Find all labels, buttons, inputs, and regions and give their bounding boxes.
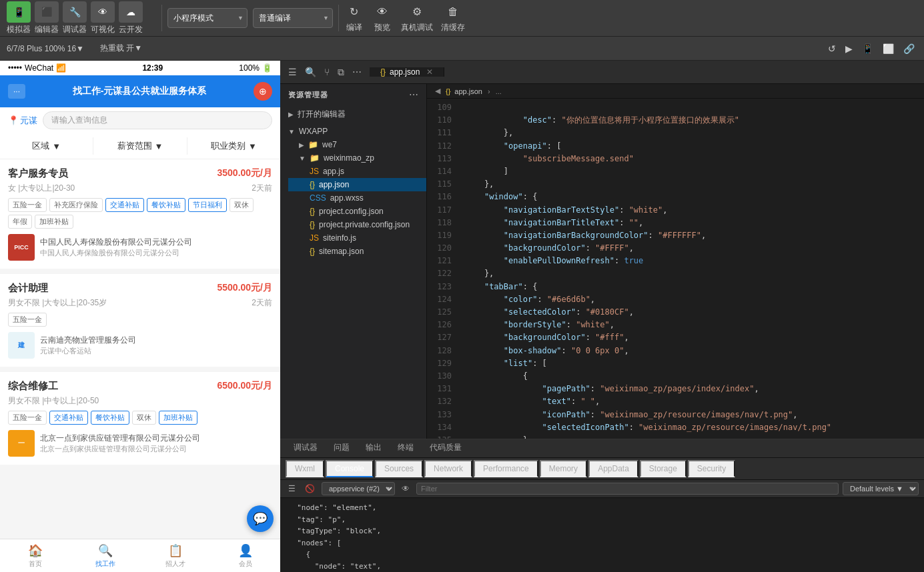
compile-btn[interactable]: ↻ [344, 3, 364, 21]
tree-item-sitemap[interactable]: {} sitemap.json [288, 245, 426, 258]
service-select-wrap[interactable]: appservice (#2) [322, 482, 395, 495]
folder-icon-weixinmao: 📁 [310, 153, 320, 163]
clear-cache-action: 🗑 清缓存 [441, 3, 465, 33]
real-debug-btn[interactable]: ⚙ [407, 3, 427, 21]
debug-tab-debugger[interactable]: 调试器 [286, 439, 326, 457]
debugger-btn[interactable]: 🔧 [63, 1, 87, 23]
wxapp-folder[interactable]: ▼ WXAPP [280, 125, 426, 138]
preview-btn[interactable]: 👁 [372, 3, 393, 21]
tree-item-app-wxss[interactable]: CSS app.wxss [288, 191, 426, 205]
mode-select[interactable]: 小程序模式 插件模式 [167, 8, 248, 28]
real-debug-action: ⚙ 真机调试 [401, 3, 433, 33]
code-area[interactable]: 109110111112113 114115116117118 11912012… [427, 99, 924, 439]
file-tree-menu-btn[interactable]: ⋯ [409, 89, 418, 100]
tree-item-siteinfo[interactable]: JS siteinfo.js [288, 231, 426, 245]
console-tab-appdata[interactable]: AppData [588, 460, 638, 477]
tree-item-project-config[interactable]: {} project.config.json [288, 205, 426, 218]
git-btn[interactable]: ⑂ [322, 65, 332, 79]
tree-item-app-js[interactable]: JS app.js [288, 165, 426, 178]
filter-category-label: 职业类别 [211, 140, 246, 152]
tree-item-project-private[interactable]: {} project.private.config.json [288, 218, 426, 231]
cloud-btn[interactable]: ☁ [119, 1, 143, 23]
console-filter-input[interactable] [416, 483, 839, 495]
filter-area[interactable]: 区域 ▼ [0, 137, 93, 155]
job-title-0: 客户服务专员 [8, 167, 68, 180]
tab-close-btn[interactable]: ✕ [426, 67, 433, 77]
search-btn[interactable]: 🔍 [302, 65, 319, 79]
nav-member[interactable]: 👤 会员 [210, 539, 280, 572]
console-tab-sources[interactable]: Sources [375, 460, 423, 477]
refresh-btn[interactable]: ↺ [825, 42, 839, 55]
nav-circle-btn[interactable]: ⊕ [254, 82, 272, 101]
debug-tab-issues[interactable]: 问题 [326, 439, 358, 457]
console-clear-btn[interactable]: 🚫 [302, 483, 318, 495]
company-name2-1: 元谋中心客运站 [40, 346, 136, 356]
editor-label: 编辑器 [35, 24, 59, 35]
compile-select-wrap[interactable]: 普通编译 自定义编译 [253, 8, 333, 28]
job-card-1[interactable]: 会计助理 5500.00元/月 男女不限 |大专以上|20-35岁 2天前 五险… [0, 274, 280, 367]
floating-chat-btn[interactable]: 💬 [247, 505, 274, 532]
console-tab-console[interactable]: Console [326, 460, 374, 477]
folder-arrow-we7: ▶ [299, 141, 304, 149]
location-tag[interactable]: 📍 元谋 [8, 115, 37, 127]
console-tab-performance[interactable]: Performance [474, 460, 538, 477]
filter-category[interactable]: 职业类别 ▼ [187, 137, 280, 155]
clear-cache-btn[interactable]: 🗑 [442, 3, 464, 21]
job-time-1: 2天前 [252, 297, 272, 309]
tree-folder-we7[interactable]: ▶ 📁 we7 [288, 138, 426, 151]
console-tab-memory[interactable]: Memory [540, 460, 587, 477]
nav-recruit[interactable]: 📋 招人才 [140, 539, 210, 572]
tree-folder-weixinmao[interactable]: ▼ 📁 weixinmao_zp [288, 151, 426, 165]
file-label-sitemap: sitemap.json [319, 247, 364, 256]
sidebar-toggle-btn[interactable]: ☰ [286, 65, 300, 79]
more-btn[interactable]: ⋯ [350, 65, 364, 79]
visual-btn[interactable]: 👁 [91, 1, 115, 23]
nav-home[interactable]: 🏠 首页 [0, 539, 70, 572]
file-tree-header: 资源管理器 ⋯ [280, 84, 426, 105]
compile-select[interactable]: 普通编译 自定义编译 [253, 8, 333, 28]
toolbar-group-tools: 📱 模拟器 ⬛ 编辑器 🔧 调试器 👁 可视化 ☁ 云开发 [7, 1, 143, 35]
job-meta-1: 男女不限 |大专以上|20-35岁 2天前 [8, 297, 272, 309]
play-btn[interactable]: ▶ [843, 42, 855, 55]
console-tab-security[interactable]: Security [688, 460, 735, 477]
console-tab-storage[interactable]: Storage [640, 460, 686, 477]
tag-05: 双休 [229, 198, 254, 212]
job-card-2[interactable]: 综合维修工 6500.00元/月 男女不限 |中专以上|20-50 五险一金 交… [0, 372, 280, 465]
console-eye-btn[interactable]: 👁 [399, 483, 412, 495]
search-input[interactable]: 请输入查询信息 [43, 111, 272, 129]
split-btn[interactable]: ⧉ [335, 65, 347, 79]
hot-reload-label[interactable]: 热重载 开▼ [100, 43, 142, 54]
debug-tab-output[interactable]: 输出 [358, 439, 390, 457]
debug-tab-quality[interactable]: 代码质量 [422, 439, 470, 457]
debug-tab-terminal[interactable]: 终端 [390, 439, 422, 457]
right-panel: ☰ 🔍 ⑂ ⧉ ⋯ {} app.json ✕ 资源管理器 ⋯ [280, 61, 924, 572]
levels-select[interactable]: Default levels ▼ [843, 482, 919, 495]
window-btn[interactable]: ⬜ [880, 42, 897, 55]
json-icon-projpriv: {} [310, 220, 315, 229]
nav-menu-btn[interactable]: ··· [8, 84, 25, 99]
nav-findjob[interactable]: 🔍 找工作 [70, 539, 140, 572]
filter-salary[interactable]: 薪资范围 ▼ [93, 137, 187, 155]
breadcrumb-back-icon[interactable]: ◀ [435, 87, 440, 95]
tree-item-app-json[interactable]: {} app.json [288, 178, 426, 191]
job-card-0[interactable]: 客户服务专员 3500.00元/月 女 |大专以上|20-30 2天前 五险一金… [0, 159, 280, 269]
link-btn[interactable]: 🔗 [901, 42, 917, 55]
mode-select-wrap[interactable]: 小程序模式 插件模式 [167, 8, 248, 28]
editor-btn[interactable]: ⬛ [35, 1, 59, 23]
levels-select-wrap[interactable]: Default levels ▼ [843, 482, 919, 495]
console-sidebar-btn[interactable]: ☰ [286, 483, 298, 495]
second-toolbar-right: ↺ ▶ 📱 ⬜ 🔗 [825, 42, 917, 55]
search-icon: 🔍 [98, 543, 113, 558]
tab-app-json[interactable]: {} app.json ✕ [370, 67, 444, 77]
breadcrumb-bar: ◀ {} app.json › ... [427, 84, 924, 99]
folder-label-weixinmao: weixinmao_zp [324, 153, 374, 163]
console-tab-network[interactable]: Network [424, 460, 472, 477]
debug-line-1: "tag": "p", [288, 514, 916, 526]
console-tab-wxml[interactable]: Wxml [286, 460, 324, 477]
battery-pct: 100% [239, 63, 260, 73]
service-select[interactable]: appservice (#2) [322, 482, 395, 495]
phone-btn[interactable]: 📱 [859, 42, 876, 55]
filter-category-arrow: ▼ [248, 141, 257, 151]
open-editors-folder[interactable]: ▶ 打开的编辑器 [280, 107, 426, 122]
simulator-btn[interactable]: 📱 [7, 1, 31, 23]
